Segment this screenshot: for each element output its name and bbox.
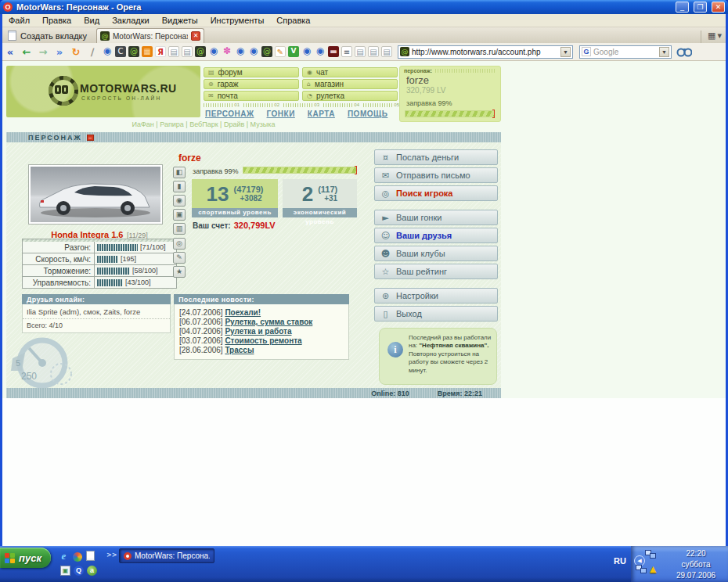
- media-player-icon[interactable]: [71, 551, 83, 562]
- bookmark-page-icon[interactable]: ▤: [168, 46, 179, 57]
- news-link[interactable]: Трассы: [225, 346, 254, 354]
- close-button[interactable]: ✕: [712, 2, 725, 13]
- menu-edit[interactable]: Правка: [36, 15, 77, 26]
- maximize-button[interactable]: ❐: [694, 2, 707, 13]
- bookmark-globe-icon[interactable]: ◉: [315, 46, 326, 57]
- find-binoculars-icon[interactable]: [676, 46, 692, 57]
- search-dropdown-icon[interactable]: ▼: [659, 47, 669, 57]
- stamp-two-icon[interactable]: ▥: [173, 223, 186, 235]
- bookmark-page-icon[interactable]: ▤: [368, 46, 379, 57]
- image-viewer-icon[interactable]: ▣: [59, 565, 71, 577]
- nav-help[interactable]: ПОМОЩЬ: [348, 110, 387, 118]
- start-button[interactable]: пуск: [0, 548, 51, 568]
- taskbar-task-motorwars[interactable]: MotorWars: Персона...: [119, 548, 214, 563]
- forward-icon[interactable]: →: [36, 46, 50, 58]
- header-button-roulette[interactable]: ◔ рулетка: [302, 91, 398, 101]
- network-tray-icon[interactable]: [645, 550, 658, 559]
- news-link[interactable]: Поехали!: [225, 308, 261, 317]
- nav-map[interactable]: КАРТА: [308, 110, 335, 118]
- bookmark-grid-icon[interactable]: ▦: [142, 46, 153, 57]
- address-input[interactable]: [412, 48, 558, 56]
- pen-mode-icon[interactable]: ∕: [85, 46, 99, 58]
- bookmark-flower-icon[interactable]: ✽: [222, 46, 232, 57]
- settings-button[interactable]: ⊛ Настройки: [374, 288, 498, 304]
- profile-label: персонаж:: [404, 68, 432, 74]
- minimize-button[interactable]: _: [676, 2, 689, 13]
- search-input[interactable]: [593, 48, 657, 56]
- news-link[interactable]: Рулетка, сумма ставок: [225, 318, 312, 326]
- your-friends-button[interactable]: ☺ Ваши друзья: [374, 228, 498, 243]
- bookmark-globe-icon[interactable]: ◉: [301, 46, 312, 57]
- nav-races[interactable]: ГОНКИ: [267, 110, 295, 118]
- quicklaunch-overflow-icon[interactable]: >>: [106, 551, 117, 559]
- network-tray-icon[interactable]: [636, 565, 648, 574]
- bookmark-globe-icon[interactable]: ◉: [235, 46, 246, 57]
- back-icon[interactable]: ←: [20, 46, 34, 58]
- bookmark-motorwars-icon[interactable]: @: [261, 46, 272, 57]
- header-button-shop[interactable]: ⌂ магазин: [302, 79, 398, 89]
- panels-toggle[interactable]: ▦▾: [701, 31, 728, 43]
- bookmark-globe-icon[interactable]: ◉: [102, 46, 113, 57]
- warning-tray-icon[interactable]: ▲: [650, 565, 656, 573]
- your-rating-button[interactable]: ☆ Ваш рейтинг: [374, 264, 498, 279]
- fuel-pump-icon[interactable]: ◧: [173, 167, 186, 178]
- header-button-chat[interactable]: ◉ чат: [302, 67, 398, 77]
- bookmark-page-icon[interactable]: ▤: [381, 46, 392, 57]
- goggles-icon[interactable]: ◎: [173, 238, 186, 250]
- nav-character[interactable]: ПЕРСОНАЖ: [205, 110, 254, 118]
- bookmark-globe-icon[interactable]: ◉: [248, 46, 259, 57]
- boot-icon[interactable]: ★: [173, 266, 186, 278]
- bookmark-motorwars-icon[interactable]: @: [195, 46, 206, 57]
- panel-collapse-icon[interactable]: –: [87, 135, 94, 141]
- tab-motorwars[interactable]: @ MotorWars: Персонаж ✕: [96, 28, 204, 43]
- news-link[interactable]: Рулетка и работа: [225, 327, 291, 336]
- friends-list[interactable]: Ilia Sprite (adm), смок, Zaits, forze: [23, 304, 170, 319]
- header-button-mail[interactable]: ✉ почта: [204, 91, 299, 101]
- menu-tools[interactable]: Инструменты: [204, 15, 271, 26]
- your-clubs-button[interactable]: ☻ Ваши клубы: [374, 246, 498, 261]
- logout-button[interactable]: ▯ Выход: [374, 306, 498, 322]
- internet-explorer-icon[interactable]: e: [58, 550, 70, 562]
- bookmark-v-icon[interactable]: V: [288, 46, 299, 57]
- search-player-button[interactable]: ◎ Поиск игрока: [374, 185, 498, 201]
- battery-icon[interactable]: ▮: [173, 181, 186, 192]
- search-box[interactable]: G ▼: [579, 45, 672, 59]
- header-button-garage[interactable]: ⊛ гараж: [204, 79, 299, 89]
- bookmark-motorwars-icon[interactable]: @: [128, 46, 139, 57]
- q-app-icon[interactable]: Q: [73, 565, 85, 577]
- bookmark-page-icon[interactable]: ▤: [182, 46, 193, 57]
- fast-forward-icon[interactable]: »: [52, 46, 67, 58]
- money-icon: ¤: [380, 153, 391, 162]
- address-bar[interactable]: @ ▼: [398, 45, 573, 59]
- bookmark-globe-icon[interactable]: ◉: [208, 46, 219, 57]
- reload-icon[interactable]: ↻: [69, 46, 83, 58]
- header-button-forum[interactable]: ▤ форум: [204, 67, 299, 77]
- whip-icon[interactable]: ✎: [173, 252, 186, 264]
- notepad-icon[interactable]: [85, 550, 96, 562]
- news-link[interactable]: Стоимость ремонта: [225, 336, 301, 345]
- notice-job: "Нефтяная скважина".: [419, 342, 488, 349]
- stamp-one-icon[interactable]: ▣: [173, 209, 186, 221]
- menu-file[interactable]: Файл: [2, 15, 36, 26]
- new-tab-button[interactable]: Создать вкладку: [3, 29, 92, 42]
- bookmark-c-icon[interactable]: C: [115, 46, 126, 57]
- bookmark-dark-icon[interactable]: ▬: [328, 46, 339, 57]
- bookmark-pencil-icon[interactable]: ✎: [275, 46, 286, 57]
- rewind-icon[interactable]: «: [3, 46, 17, 58]
- menu-bookmarks[interactable]: Закладки: [106, 15, 156, 26]
- opera-quicklaunch-icon[interactable]: a: [86, 565, 98, 577]
- menu-view[interactable]: Вид: [77, 15, 106, 26]
- camera-icon[interactable]: ◉: [173, 195, 186, 207]
- your-races-button[interactable]: ► Ваши гонки: [374, 210, 498, 225]
- send-money-button[interactable]: ¤ Послать деньги: [374, 149, 498, 165]
- bookmark-notes-icon[interactable]: ≡: [341, 46, 352, 57]
- menu-widgets[interactable]: Виджеты: [156, 15, 204, 26]
- tab-close-icon[interactable]: ✕: [191, 31, 200, 41]
- partner-links[interactable]: ИаФан | Рапира | ВебПарк | Dрайв | Музык…: [102, 120, 305, 128]
- bookmark-page-icon[interactable]: ▤: [355, 46, 366, 57]
- menu-help[interactable]: Справка: [270, 15, 316, 26]
- bookmark-yandex-icon[interactable]: Я: [155, 46, 166, 57]
- address-dropdown-icon[interactable]: ▼: [560, 47, 571, 57]
- language-indicator[interactable]: RU: [614, 556, 626, 566]
- send-letter-button[interactable]: ✉ Отправить письмо: [374, 167, 498, 183]
